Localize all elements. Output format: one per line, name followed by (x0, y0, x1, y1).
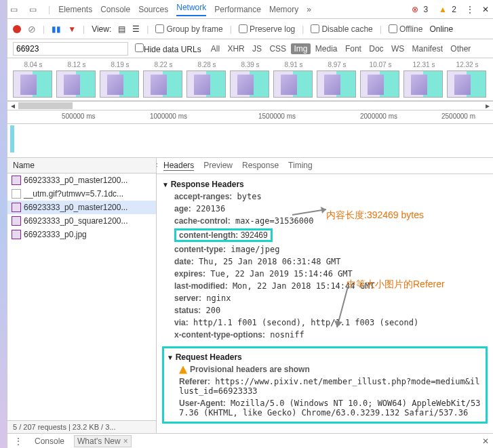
list-item[interactable]: 66923333_p0.jpg (7, 228, 156, 241)
provisional-warning: Provisional headers are shown (167, 363, 483, 375)
image-icon (12, 176, 21, 185)
large-rows-icon[interactable]: ▤ (118, 24, 125, 34)
type-filters: All XHR JS CSS Img Media Font Doc WS Man… (208, 44, 474, 54)
header-row: x-content-type-options: nosniff (162, 329, 488, 341)
close-tab-icon[interactable]: × (123, 436, 128, 446)
frame[interactable]: 8.04 s (13, 61, 54, 98)
record-button[interactable] (13, 25, 21, 33)
waterfall-icon[interactable]: ☰ (132, 24, 140, 34)
screenshot-icon[interactable]: ▮▮ (52, 24, 61, 34)
header-row: date: Thu, 25 Jan 2018 06:31:48 GMT (162, 256, 488, 268)
tab-headers[interactable]: Headers (163, 161, 194, 171)
frame[interactable]: 10.07 s (360, 61, 401, 98)
detail-tabs: Headers Preview Response Timing (157, 158, 493, 174)
inspect-icon[interactable]: ▭ (10, 5, 21, 14)
header-row: status: 200 (162, 304, 488, 317)
list-item[interactable]: 66923333_p0_master1200... (7, 201, 156, 214)
response-headers-title[interactable]: Response Headers (162, 178, 488, 190)
frame[interactable]: 12.31 s (403, 61, 444, 98)
warning-icon (179, 366, 187, 374)
drawer-menu-icon[interactable] (12, 436, 25, 446)
preserve-log-checkbox[interactable]: Preserve log (239, 24, 295, 34)
clear-button[interactable]: ⊘ (28, 24, 36, 35)
detail-pane: × Headers Preview Response Timing Respon… (157, 158, 493, 433)
tab-performance[interactable]: Performance (214, 5, 261, 14)
offline-checkbox[interactable]: Offline (389, 24, 422, 34)
view-label: View: (92, 24, 111, 34)
frame[interactable]: 8.19 s (100, 61, 140, 98)
tab-console[interactable]: Console (100, 5, 130, 14)
online-select[interactable]: Online (429, 24, 453, 34)
type-media[interactable]: Media (313, 43, 340, 54)
frame[interactable]: 8.39 s (230, 61, 271, 98)
header-row: last-modified: Mon, 22 Jan 2018 15:14:44… (162, 280, 488, 292)
frame[interactable]: 12.32 s (447, 61, 488, 98)
tab-elements[interactable]: Elements (58, 5, 92, 14)
type-css[interactable]: CSS (267, 43, 289, 54)
disable-cache-checkbox[interactable]: Disable cache (311, 24, 372, 34)
type-xhr[interactable]: XHR (224, 43, 247, 54)
header-row: age: 220136 (162, 203, 488, 215)
filter-icon[interactable]: ▼ (68, 24, 76, 34)
header-row: Referer: https://www.pixiv.net/member_il… (167, 375, 483, 397)
timeline-ruler: 500000 ms 1000000 ms 1500000 ms 2000000 … (7, 110, 493, 124)
name-column-header[interactable]: Name (7, 158, 156, 174)
filter-row: Hide data URLs All XHR JS CSS Img Media … (7, 39, 493, 58)
frame[interactable]: 8.91 s (273, 61, 314, 98)
type-other[interactable]: Other (448, 43, 473, 54)
tab-memory[interactable]: Memory (269, 5, 298, 14)
request-headers-title[interactable]: Request Headers (167, 351, 483, 363)
type-manifest[interactable]: Manifest (410, 43, 446, 54)
image-icon (12, 216, 21, 226)
filmstrip-scrollbar[interactable]: ◂ ▸ (7, 101, 493, 110)
header-row: accept-ranges: bytes (162, 190, 488, 203)
close-detail-icon[interactable]: × (157, 161, 160, 170)
drawer-tab-whatsnew[interactable]: What's New× (74, 435, 132, 447)
kebab-icon[interactable]: ⋮ (465, 5, 475, 14)
header-row: cache-control: max-age=31536000 (162, 215, 488, 227)
header-row: content-length: 392469 (162, 227, 488, 243)
network-toolbar: ⊘ | ▮▮ ▼ | View: ▤ ☰ | Group by frame | … (7, 19, 493, 39)
type-doc[interactable]: Doc (366, 43, 386, 54)
list-item[interactable]: __utm.gif?utmwv=5.7.1dc... (7, 187, 156, 201)
list-item[interactable]: 66923333_p0_square1200... (7, 214, 156, 228)
frame[interactable]: 8.12 s (56, 61, 97, 98)
hide-data-urls-checkbox[interactable]: Hide data URLs (135, 43, 201, 54)
drawer-close-icon[interactable]: ✕ (482, 436, 489, 446)
tab-sources[interactable]: Sources (138, 5, 168, 14)
type-font[interactable]: Font (342, 43, 364, 54)
device-icon[interactable]: ▭ (29, 5, 40, 14)
image-icon (12, 230, 21, 239)
type-all[interactable]: All (208, 43, 222, 54)
film-strip: 8.04 s 8.12 s 8.19 s 8.22 s 8.28 s 8.39 … (7, 58, 493, 101)
tab-overflow[interactable]: » (307, 5, 311, 14)
type-img[interactable]: Img (291, 43, 310, 54)
drawer: Console What's New× ✕ (7, 433, 493, 448)
warning-count[interactable]: ▲ 2 (436, 5, 459, 14)
group-by-frame-checkbox[interactable]: Group by frame (155, 24, 222, 34)
request-list: Name 66923333_p0_master1200... __utm.gif… (7, 158, 157, 433)
image-icon (12, 203, 21, 212)
doc-icon (12, 189, 21, 199)
tab-network[interactable]: Network (176, 3, 206, 16)
close-icon[interactable]: ✕ (481, 5, 490, 14)
header-row: content-type: image/jpeg (162, 243, 488, 256)
frame[interactable]: 8.22 s (143, 61, 184, 98)
type-ws[interactable]: WS (389, 43, 407, 54)
header-row: server: nginx (162, 292, 488, 304)
error-count[interactable]: ⊗ 3 (409, 5, 431, 14)
filter-input[interactable] (13, 42, 128, 56)
list-item[interactable]: 66923333_p0_master1200... (7, 174, 156, 187)
drawer-tab-console[interactable]: Console (32, 436, 67, 447)
scroll-left-icon[interactable]: ◂ (7, 101, 18, 110)
tab-timing[interactable]: Timing (288, 161, 313, 171)
tab-response[interactable]: Response (242, 161, 279, 171)
status-bar: 5 / 207 requests | 23.2 KB / 3... (7, 420, 156, 433)
browser-left-strip (0, 0, 7, 448)
frame[interactable]: 8.97 s (317, 61, 357, 98)
frame[interactable]: 8.28 s (186, 61, 227, 98)
tab-preview[interactable]: Preview (203, 161, 233, 171)
scroll-right-icon[interactable]: ▸ (482, 101, 493, 110)
timeline-overview[interactable] (7, 124, 493, 158)
type-js[interactable]: JS (250, 43, 264, 54)
